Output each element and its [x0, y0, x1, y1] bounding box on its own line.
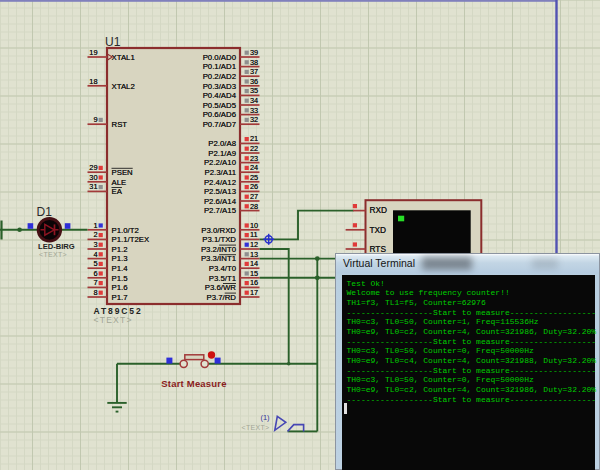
svg-text:31: 31: [89, 182, 97, 191]
svg-text:P2.3/A11: P2.3/A11: [205, 168, 237, 177]
svg-text:P0.5/AD5: P0.5/AD5: [203, 101, 237, 110]
svg-text:35: 35: [250, 86, 258, 95]
svg-text:23: 23: [250, 154, 258, 163]
svg-text:15: 15: [250, 269, 258, 278]
svg-text:P3.0/RXD: P3.0/RXD: [201, 226, 236, 235]
svg-text:LED-BIRG: LED-BIRG: [38, 242, 75, 251]
svg-text:19: 19: [89, 48, 97, 57]
svg-text:P2.1/A9: P2.1/A9: [208, 149, 236, 158]
svg-text:PSEN: PSEN: [112, 168, 133, 177]
svg-text:P1.3: P1.3: [112, 254, 128, 263]
svg-text:28: 28: [250, 202, 258, 211]
svg-text:XTAL2: XTAL2: [112, 82, 135, 91]
svg-text:8: 8: [93, 288, 97, 297]
svg-text:27: 27: [250, 192, 258, 201]
svg-text:18: 18: [89, 77, 97, 86]
svg-text:P1.6: P1.6: [112, 283, 128, 292]
svg-text:P0.4/AD4: P0.4/AD4: [203, 91, 237, 100]
svg-text:17: 17: [250, 288, 258, 297]
svg-text:6: 6: [93, 269, 97, 278]
svg-text:13: 13: [250, 250, 258, 259]
svg-text:P1.2: P1.2: [112, 245, 128, 254]
svg-text:P0.2/AD2: P0.2/AD2: [203, 72, 236, 81]
svg-text:3: 3: [93, 240, 97, 249]
svg-text:RST: RST: [112, 120, 128, 129]
svg-text:P3.6/WR: P3.6/WR: [205, 283, 237, 292]
svg-text:29: 29: [89, 163, 97, 172]
svg-text:P2.0/A8: P2.0/A8: [208, 139, 236, 148]
svg-text:22: 22: [250, 144, 258, 153]
svg-text:<TEXT>: <TEXT>: [94, 315, 133, 325]
svg-text:36: 36: [250, 77, 258, 86]
svg-text:P2.5/A13: P2.5/A13: [204, 187, 236, 196]
svg-text:EA: EA: [112, 187, 123, 196]
svg-text:P0.0/AD0: P0.0/AD0: [203, 53, 237, 62]
svg-text:P1.4: P1.4: [112, 264, 129, 273]
svg-text:16: 16: [250, 278, 258, 287]
svg-text:14: 14: [250, 259, 258, 268]
svg-text:7: 7: [93, 278, 97, 287]
svg-text:XTAL1: XTAL1: [112, 53, 135, 62]
svg-text:P2.2/A10: P2.2/A10: [204, 158, 237, 167]
svg-text:P0.7/AD7: P0.7/AD7: [203, 120, 236, 129]
svg-text:P2.4/A12: P2.4/A12: [204, 178, 236, 187]
svg-text:30: 30: [89, 173, 97, 182]
svg-text:P0.6/AD6: P0.6/AD6: [203, 110, 236, 119]
svg-text:P3.7/RD: P3.7/RD: [207, 293, 237, 302]
svg-text:1: 1: [93, 221, 97, 230]
svg-text:10: 10: [250, 221, 258, 230]
svg-text:2: 2: [93, 230, 97, 239]
svg-text:P3.4/T0: P3.4/T0: [209, 264, 237, 273]
svg-text:P1.0/T2: P1.0/T2: [112, 226, 139, 235]
svg-text:D1: D1: [37, 205, 53, 219]
svg-text:11: 11: [250, 230, 258, 239]
svg-text:P0.1/AD1: P0.1/AD1: [203, 62, 236, 71]
svg-text:P3.5/T1: P3.5/T1: [209, 274, 236, 283]
svg-text:P3.2/INT0: P3.2/INT0: [201, 245, 237, 254]
svg-text:P1.1/T2EX: P1.1/T2EX: [112, 235, 151, 244]
svg-text:34: 34: [250, 96, 258, 105]
svg-text:32: 32: [250, 115, 258, 124]
svg-text:P0.3/AD3: P0.3/AD3: [203, 82, 236, 91]
svg-text:39: 39: [250, 48, 258, 57]
svg-text:4: 4: [93, 250, 97, 259]
svg-text:P3.1/TXD: P3.1/TXD: [202, 235, 236, 244]
svg-text:U1: U1: [105, 35, 121, 49]
svg-text:ALE: ALE: [112, 178, 127, 187]
svg-text:P3.3/INT1: P3.3/INT1: [201, 254, 236, 263]
svg-text:P2.7/A15: P2.7/A15: [204, 206, 237, 215]
svg-text:25: 25: [250, 173, 258, 182]
svg-text:P1.5: P1.5: [112, 274, 129, 283]
svg-text:38: 38: [250, 58, 258, 67]
svg-text:TXD: TXD: [370, 225, 387, 235]
svg-text:12: 12: [250, 240, 258, 249]
svg-text:9: 9: [93, 115, 97, 124]
svg-text:26: 26: [250, 182, 258, 191]
svg-text:21: 21: [250, 134, 258, 143]
svg-text:33: 33: [250, 106, 258, 115]
svg-text:P2.6/A14: P2.6/A14: [204, 197, 237, 206]
svg-text:Start Measure: Start Measure: [161, 378, 226, 389]
svg-text:5: 5: [93, 259, 97, 268]
svg-text:24: 24: [250, 163, 258, 172]
svg-text:<TEXT>: <TEXT>: [39, 251, 67, 258]
svg-text:<TEXT>: <TEXT>: [242, 424, 270, 431]
svg-text:P1.7: P1.7: [112, 293, 128, 302]
svg-text:RXD: RXD: [370, 205, 388, 215]
svg-text:37: 37: [250, 67, 258, 76]
svg-text:(1): (1): [260, 413, 270, 422]
